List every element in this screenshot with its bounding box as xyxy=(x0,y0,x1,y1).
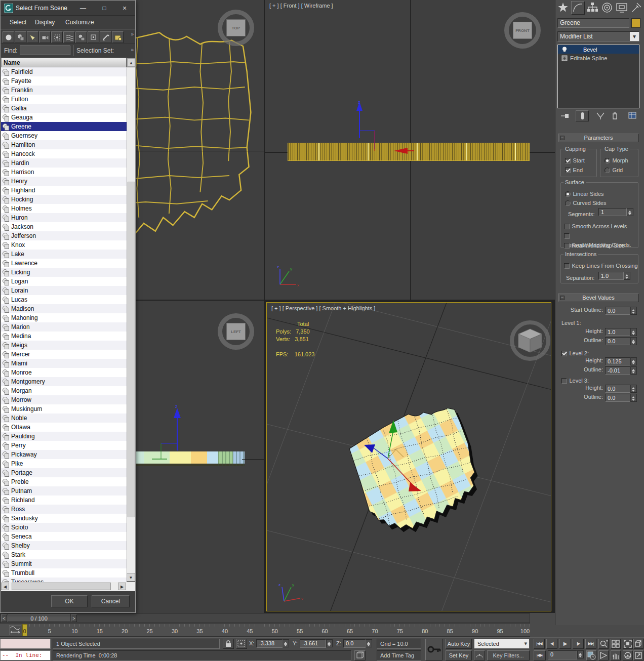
key-mode-toggle[interactable]: |◀▶| xyxy=(534,650,546,660)
minimize-button[interactable]: — xyxy=(76,3,90,13)
time-slider-handle[interactable]: 0 / 100 xyxy=(8,614,70,622)
plus-box-icon[interactable] xyxy=(561,55,568,61)
display-bones-icon[interactable] xyxy=(100,31,111,43)
list-item[interactable]: Putnam xyxy=(1,486,127,495)
list-item[interactable]: Logan xyxy=(1,277,127,286)
viewcube-perspective[interactable] xyxy=(507,318,551,363)
keep-lines-checkbox[interactable] xyxy=(564,263,570,269)
start-checkbox-row[interactable]: Start xyxy=(565,155,585,164)
display-cameras-icon[interactable] xyxy=(39,31,51,43)
cancel-button[interactable]: Cancel xyxy=(92,595,130,607)
find-input[interactable] xyxy=(20,46,70,55)
track-bar-ruler[interactable]: 0510152025303540455055606570758085909510… xyxy=(0,624,530,637)
scroll-left-button[interactable]: ◀ xyxy=(1,583,9,590)
tab-display[interactable] xyxy=(615,1,629,15)
y-coordinate-field[interactable]: -3.661 xyxy=(300,639,326,648)
level3-outline-spinner[interactable] xyxy=(630,394,637,402)
list-item[interactable]: Jackson xyxy=(1,222,127,231)
viewcube-face-label[interactable]: TOP xyxy=(226,19,246,36)
level3-height-field[interactable]: 0.0 xyxy=(605,385,630,393)
list-item[interactable]: Shelby xyxy=(1,541,127,550)
x-spinner[interactable] xyxy=(283,639,289,647)
tab-create[interactable] xyxy=(556,1,570,15)
list-item[interactable]: Noble xyxy=(1,414,127,423)
viewcube-left[interactable]: LEFT xyxy=(218,313,254,350)
level2-checkbox-row[interactable]: Level 2: xyxy=(561,348,589,357)
list-item[interactable]: Harrison xyxy=(1,168,127,177)
absolute-mode-icon[interactable] xyxy=(236,639,247,649)
display-shapes-icon[interactable] xyxy=(15,31,26,43)
list-item[interactable]: Gallia xyxy=(1,104,127,113)
viewport-front[interactable]: [ + ] [ Front ] [ Wireframe ] z FRONT x … xyxy=(265,0,555,300)
time-configuration-icon[interactable] xyxy=(586,650,596,660)
level2-height-spinner[interactable] xyxy=(630,357,637,365)
dialog-titlebar[interactable]: Select From Scene — □ × xyxy=(1,1,135,16)
z-coordinate-field[interactable]: 0.0 xyxy=(343,639,366,648)
level1-outline-spinner[interactable] xyxy=(630,337,637,345)
level1-height-spinner[interactable] xyxy=(630,328,637,336)
list-item[interactable]: Greene xyxy=(1,122,127,131)
bevel-values-rollout-header[interactable]: − Bevel Values xyxy=(558,294,639,302)
start-checkbox[interactable] xyxy=(565,158,571,163)
play-button[interactable]: ▶ xyxy=(559,639,571,649)
scroll-down-button[interactable]: ▼ xyxy=(127,573,135,582)
scroll-up-button[interactable]: ▲ xyxy=(127,58,135,67)
display-frozen-icon[interactable] xyxy=(112,31,124,43)
list-item[interactable]: Seneca xyxy=(1,532,127,541)
y-spinner[interactable] xyxy=(326,639,333,647)
display-helpers-icon[interactable] xyxy=(51,31,63,43)
level3-checkbox-row[interactable]: Level 3: xyxy=(561,376,589,385)
ok-button[interactable]: OK xyxy=(51,595,88,607)
display-geometry-icon[interactable] xyxy=(3,31,14,43)
name-column-header[interactable]: Name xyxy=(1,58,127,67)
list-item[interactable]: Lorain xyxy=(1,286,127,295)
list-item[interactable]: Marion xyxy=(1,322,127,332)
maximize-button[interactable]: □ xyxy=(98,3,111,13)
slider-prev-button[interactable]: < xyxy=(1,614,7,622)
keep-lines-row[interactable]: Keep Lines From Crossing xyxy=(564,261,638,270)
tab-utilities[interactable] xyxy=(630,1,643,15)
list-item[interactable]: Pickaway xyxy=(1,450,127,459)
x-coordinate-field[interactable]: -3.338 xyxy=(256,639,283,648)
tab-modify[interactable] xyxy=(571,1,585,15)
add-time-tag[interactable]: Add Time Tag xyxy=(377,650,421,660)
collapse-icon[interactable]: − xyxy=(560,136,565,140)
viewcube-face-label[interactable]: LEFT xyxy=(226,323,246,340)
level2-checkbox[interactable] xyxy=(561,351,567,356)
list-item[interactable]: Muskingum xyxy=(1,404,127,414)
go-to-end-button[interactable]: ▶▶| xyxy=(585,639,596,649)
auto-key-button[interactable]: Auto Key xyxy=(446,639,472,649)
show-end-result-button[interactable] xyxy=(576,110,589,121)
list-item[interactable]: Montgomery xyxy=(1,377,127,386)
selection-lock-icon[interactable] xyxy=(223,639,234,649)
list-item[interactable]: Lake xyxy=(1,250,127,259)
end-checkbox-row[interactable]: End xyxy=(565,165,583,174)
end-checkbox[interactable] xyxy=(565,168,571,173)
list-item[interactable]: Mahoning xyxy=(1,313,127,322)
configure-modifier-sets-button[interactable] xyxy=(626,110,639,121)
key-filters-button[interactable]: Key Filters... xyxy=(487,650,530,660)
find-overflow-icon[interactable]: » xyxy=(131,47,134,53)
selection-filter-dropdown[interactable]: Selected ▾ xyxy=(474,639,530,649)
z-spinner[interactable] xyxy=(366,639,372,647)
level1-outline-field[interactable]: 0.0 xyxy=(605,337,630,345)
viewcube-face-label[interactable]: FRONT xyxy=(513,22,532,39)
list-item[interactable]: Miami xyxy=(1,359,127,368)
list-item[interactable]: Hardin xyxy=(1,158,127,168)
orbit-icon[interactable] xyxy=(623,650,633,660)
level3-height-spinner[interactable] xyxy=(630,385,637,393)
list-item[interactable]: Portage xyxy=(1,468,127,477)
list-item[interactable]: Lawrence xyxy=(1,259,127,268)
real-world-row[interactable]: Real-World Map Size xyxy=(564,240,624,250)
list-item[interactable]: Meigs xyxy=(1,341,127,350)
list-item[interactable]: Hocking xyxy=(1,195,127,204)
scrollbar-thumb[interactable] xyxy=(128,182,135,517)
viewcube-front[interactable]: FRONT xyxy=(504,12,541,49)
modifier-list-dropdown[interactable]: Modifier List ▾ xyxy=(557,31,639,42)
list-item[interactable]: Fulton xyxy=(1,95,127,104)
start-outline-spinner[interactable] xyxy=(630,307,637,315)
display-lights-icon[interactable] xyxy=(27,31,38,43)
real-world-checkbox[interactable] xyxy=(564,243,570,249)
list-item[interactable]: Madison xyxy=(1,304,127,313)
list-item[interactable]: Hamilton xyxy=(1,140,127,149)
